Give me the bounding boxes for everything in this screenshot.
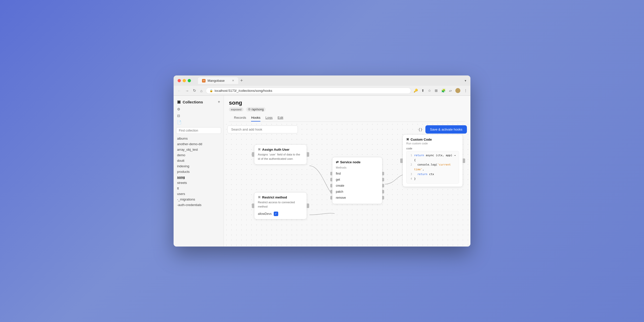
collection-item-indexing[interactable]: indexing [177, 164, 220, 169]
home-button[interactable]: ⌂ [199, 88, 203, 94]
share-icon[interactable]: ⬆ [421, 89, 424, 93]
get-left-connector [330, 178, 332, 181]
lock-icon: 🔒 [210, 89, 213, 92]
reload-button[interactable]: ↻ [192, 88, 197, 94]
collection-item-users[interactable]: users [177, 191, 220, 196]
collection-item-demo[interactable]: demo [177, 152, 220, 158]
add-collection-button[interactable]: + [218, 100, 220, 104]
service-node[interactable]: ⇄ Service node Methods find get [332, 157, 382, 204]
service-method-create[interactable]: create [332, 183, 382, 189]
right-connector [307, 152, 309, 157]
app-container: ▣ Collections + ⚙ ⊟ 📄 albums another-dem… [174, 96, 470, 247]
close-button[interactable] [178, 79, 181, 82]
sidebar-header: ▣ Collections + [174, 99, 224, 106]
service-method-remove[interactable]: remove [332, 195, 382, 201]
api-path: ⓪ /api/song [246, 107, 266, 112]
collection-item-array-obj-test[interactable]: array_obj_test [177, 147, 220, 152]
collection-item-song[interactable]: song [177, 175, 220, 180]
collections-icon: ▣ [177, 100, 181, 104]
auth-node-icon: ⌘ [258, 148, 261, 151]
tab-hooks[interactable]: Hooks [251, 114, 260, 122]
url-text: localhost:5173/_/collections/song/hooks [215, 89, 272, 93]
collection-item-auth-credentials[interactable]: -auth-credentials [177, 202, 220, 208]
find-left-connector [330, 172, 332, 175]
custom-code-icon: ⌘ [406, 138, 409, 141]
find-label: find [336, 172, 341, 175]
forward-button[interactable]: → [184, 88, 190, 94]
assign-auth-user-node[interactable]: ⌘ Assign Auth User Assigns `user` field … [254, 144, 307, 165]
restrict-node-icon: ⌘ [258, 196, 261, 199]
collection-item-streets[interactable]: streets [177, 180, 220, 185]
remove-right-connector [382, 196, 384, 199]
profile-icon[interactable] [455, 88, 460, 93]
sidebar-title-row: ▣ Collections [177, 100, 203, 104]
code-line-4: 4 } [409, 177, 456, 181]
new-tab-button[interactable]: + [240, 78, 243, 83]
api-path-text: /api/song [252, 108, 264, 111]
browser-toolbar: ← → ↻ ⌂ 🔒 localhost:5173/_/collections/s… [174, 86, 470, 95]
document-icon[interactable]: 📄 [177, 120, 220, 124]
collection-item-migrations[interactable]: -_migrations [177, 197, 220, 202]
remove-label: remove [336, 196, 346, 199]
tab-favicon-icon: M [202, 79, 206, 83]
filters-icon[interactable]: ⊟ [177, 114, 220, 118]
tab-edit[interactable]: Edit [277, 114, 283, 122]
tab-dropdown-icon[interactable]: ▾ [465, 79, 466, 83]
tab-close-icon[interactable]: ✕ [232, 79, 234, 82]
menu-icon[interactable]: ⋮ [464, 89, 467, 93]
assign-auth-desc: Assigns `user` field of data to the id o… [258, 152, 303, 161]
address-bar[interactable]: 🔒 localhost:5173/_/collections/song/hook… [206, 88, 411, 94]
back-button[interactable]: ← [177, 88, 182, 94]
api-circle-icon: ⓪ [248, 108, 251, 111]
custom-left-connector [400, 158, 403, 163]
restrict-method-node[interactable]: ⌘ Restrict method Restrict access to con… [254, 192, 307, 219]
collection-item-products[interactable]: products [177, 169, 220, 174]
collection-name: song [229, 100, 465, 106]
sidebar-toggle-icon[interactable]: ▱ [449, 89, 452, 93]
code-brackets-icon: {} [418, 128, 423, 132]
star-icon[interactable]: ☆ [428, 89, 431, 93]
patch-right-connector [382, 190, 384, 193]
patch-left-connector [330, 190, 332, 193]
collection-item-tt[interactable]: tt [177, 186, 220, 191]
browser-tabs: M Mangobase ✕ + ▾ [198, 77, 466, 84]
allow-devs-checkbox[interactable]: ✓ [274, 212, 278, 216]
code-line-3: 3 return ctx [409, 172, 456, 177]
assign-auth-title: ⌘ Assign Auth User [258, 148, 303, 151]
save-activate-hooks-button[interactable]: Save & activate hooks [425, 125, 467, 134]
service-method-find[interactable]: find [332, 171, 382, 177]
left-connector [252, 152, 254, 157]
tab-title: Mangobase [208, 79, 225, 83]
collection-item-doutt[interactable]: doutt [177, 158, 220, 163]
allow-devs-label: allowDevs [258, 212, 272, 216]
collection-item-albums[interactable]: albums [177, 136, 220, 141]
right-connector [307, 204, 309, 208]
grid-icon[interactable]: ⊞ [435, 89, 438, 93]
minimize-button[interactable] [183, 79, 186, 82]
create-label: create [336, 184, 344, 187]
browser-tab-mangobase[interactable]: M Mangobase ✕ [198, 77, 238, 84]
collection-item-another-demo-dd[interactable]: another-demo-dd [177, 141, 220, 147]
sidebar-title: Collections [183, 100, 203, 104]
restrict-title: ⌘ Restrict method [258, 195, 303, 199]
restrict-desc: Restrict access to connected method [258, 200, 303, 209]
service-arrows-icon: ⇄ [336, 160, 339, 164]
sidebar: ▣ Collections + ⚙ ⊟ 📄 albums another-dem… [174, 96, 224, 247]
extensions-icon[interactable]: 🧩 [441, 89, 446, 93]
patch-label: patch [336, 190, 343, 193]
find-collection-input[interactable] [176, 127, 221, 134]
service-subtitle: Methods [332, 166, 382, 171]
custom-code-title: ⌘ Custom Code [406, 138, 459, 141]
service-method-get[interactable]: get [332, 177, 382, 183]
custom-code-node[interactable]: ⌘ Custom Code Run custom code code 1 ret… [403, 134, 463, 187]
code-editor[interactable]: 1 return async (ctx, app) ⇒ { 2 console.… [406, 151, 459, 184]
settings-icon[interactable]: ⚙ [177, 107, 220, 111]
tab-records[interactable]: Records [234, 114, 246, 122]
browser-titlebar: M Mangobase ✕ + ▾ [174, 75, 470, 86]
custom-code-subtitle: Run custom code [406, 142, 459, 145]
tab-logs[interactable]: Logs [265, 114, 272, 122]
key-icon[interactable]: 🔑 [414, 89, 418, 93]
maximize-button[interactable] [188, 79, 191, 82]
service-method-patch[interactable]: patch [332, 189, 382, 195]
hook-search-input[interactable] [227, 126, 298, 133]
